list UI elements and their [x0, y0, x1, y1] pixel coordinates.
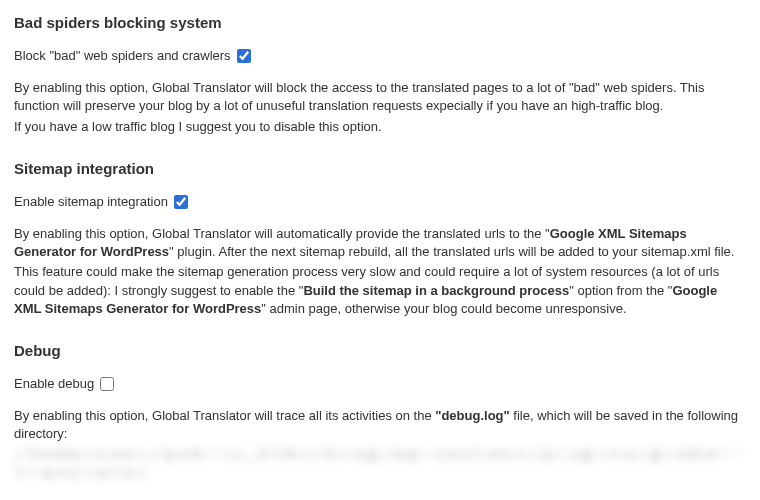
section-spiders: Bad spiders blocking system Block "bad" … [14, 12, 746, 136]
section-spiders-heading: Bad spiders blocking system [14, 12, 746, 33]
desc-sitemap-line2-bold1: Build the sitemap in a background proces… [303, 283, 569, 298]
option-row-sitemap: Enable sitemap integration [14, 193, 746, 211]
option-row-debug: Enable debug [14, 375, 746, 393]
section-debug-heading: Debug [14, 340, 746, 361]
desc-debug: By enabling this option, Global Translat… [14, 407, 746, 482]
option-row-spiders: Block "bad" web spiders and crawlers [14, 47, 746, 65]
section-debug: Debug Enable debug By enabling this opti… [14, 340, 746, 482]
checkbox-enable-debug[interactable] [100, 377, 114, 391]
checkbox-enable-sitemap[interactable] [174, 195, 188, 209]
desc-sitemap-line1: By enabling this option, Global Translat… [14, 225, 746, 261]
desc-spiders-line2: If you have a low traffic blog I suggest… [14, 118, 746, 136]
desc-sitemap-line2: This feature could make the sitemap gene… [14, 263, 746, 318]
debug-path-obscured: ／ｈｏｍｅ／ｕｓｅｒ／ｐｕｂｌｉｃ＿ｈｔｍｌ／ｂｌｏｇ／ｗｐ－ｃｏｎｔｅｎｔ／ｐ… [14, 445, 746, 481]
desc-sitemap-line2-post: " admin page, otherwise your blog could … [261, 301, 626, 316]
checkbox-block-bad-spiders[interactable] [237, 49, 251, 63]
label-enable-sitemap: Enable sitemap integration [14, 193, 168, 211]
section-sitemap-heading: Sitemap integration [14, 158, 746, 179]
label-enable-debug: Enable debug [14, 375, 94, 393]
desc-debug-pre: By enabling this option, Global Translat… [14, 408, 435, 423]
desc-sitemap-line1-pre: By enabling this option, Global Translat… [14, 226, 550, 241]
desc-spiders-line1: By enabling this option, Global Translat… [14, 79, 746, 115]
desc-sitemap: By enabling this option, Global Translat… [14, 225, 746, 318]
section-sitemap: Sitemap integration Enable sitemap integ… [14, 158, 746, 318]
desc-sitemap-line1-post: " plugin. After the next sitemap rebuild… [169, 244, 734, 259]
desc-debug-line: By enabling this option, Global Translat… [14, 407, 746, 443]
desc-spiders: By enabling this option, Global Translat… [14, 79, 746, 136]
desc-sitemap-line2-mid: " option from the " [569, 283, 672, 298]
desc-debug-bold: "debug.log" [435, 408, 509, 423]
label-block-bad-spiders: Block "bad" web spiders and crawlers [14, 47, 231, 65]
